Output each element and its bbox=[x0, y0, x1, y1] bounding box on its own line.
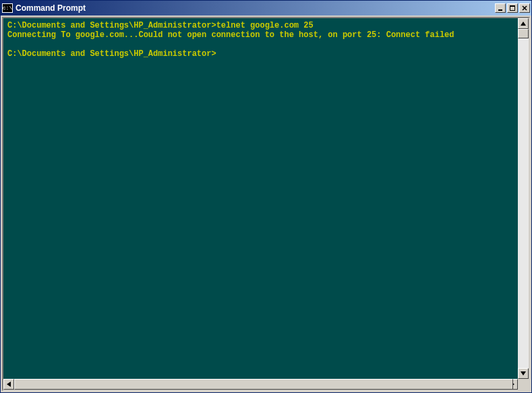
arrow-left-icon bbox=[7, 382, 11, 387]
terminal-row: C:\Documents and Settings\HP_Administrat… bbox=[3, 18, 529, 379]
close-icon bbox=[522, 5, 527, 11]
vertical-scrollbar[interactable] bbox=[518, 18, 529, 379]
svg-rect-0 bbox=[498, 9, 502, 11]
maximize-button[interactable] bbox=[507, 3, 518, 13]
horizontal-scrollbar[interactable] bbox=[3, 379, 529, 390]
client-area: C:\Documents and Settings\HP_Administrat… bbox=[2, 17, 530, 391]
titlebar[interactable]: c:\ Command Prompt bbox=[1, 1, 531, 16]
minimize-button[interactable] bbox=[495, 3, 506, 13]
arrow-up-icon bbox=[521, 22, 526, 26]
terminal-output[interactable]: C:\Documents and Settings\HP_Administrat… bbox=[3, 18, 518, 379]
horizontal-scroll-track[interactable] bbox=[14, 379, 507, 390]
arrow-down-icon bbox=[521, 371, 526, 375]
scrollbar-corner bbox=[518, 379, 529, 390]
window-title: Command Prompt bbox=[16, 3, 495, 13]
svg-rect-2 bbox=[510, 5, 515, 7]
minimize-icon bbox=[498, 5, 503, 11]
maximize-icon bbox=[510, 5, 515, 11]
command-prompt-window: c:\ Command Prompt C:\Documents and Sett… bbox=[0, 0, 532, 393]
vertical-scroll-thumb[interactable] bbox=[518, 29, 529, 38]
scroll-down-button[interactable] bbox=[518, 368, 529, 379]
cmd-icon: c:\ bbox=[2, 3, 13, 13]
window-controls bbox=[495, 3, 530, 13]
horizontal-scroll-thumb[interactable] bbox=[14, 379, 513, 390]
scroll-left-button[interactable] bbox=[3, 379, 14, 390]
scroll-up-button[interactable] bbox=[518, 18, 529, 29]
vertical-scroll-track[interactable] bbox=[518, 29, 529, 368]
close-button[interactable] bbox=[519, 3, 530, 13]
